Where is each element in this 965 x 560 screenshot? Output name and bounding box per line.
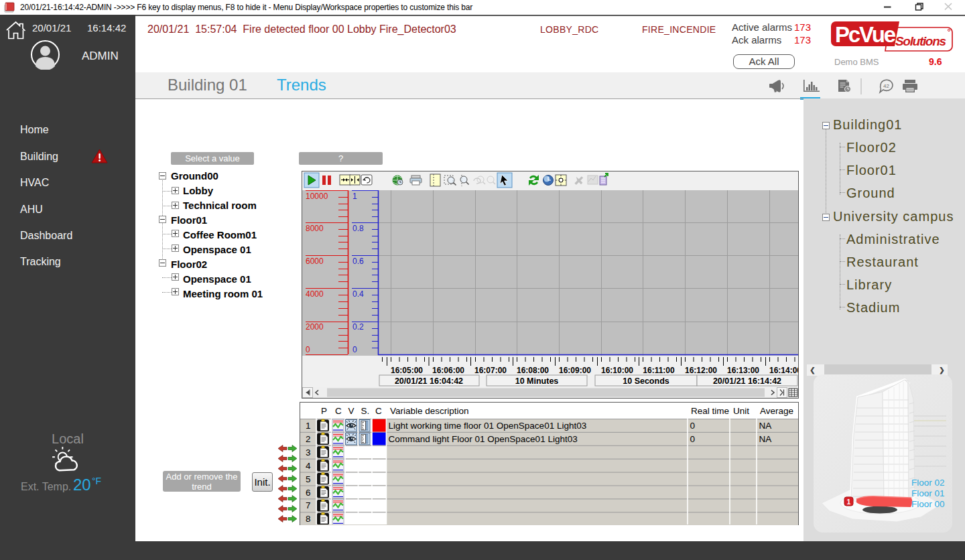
svg-text:0.8: 0.8 [352,224,364,233]
svg-text:16:07:00: 16:07:00 [474,366,507,375]
svg-text:16:05:00: 16:05:00 [391,366,423,375]
svg-text:20/01/21 16:04:42: 20/01/21 16:04:42 [395,376,463,386]
svg-text:16:08:00: 16:08:00 [517,366,549,375]
svg-text:Solutions: Solutions [895,34,946,48]
svg-text:0.6: 0.6 [352,257,364,266]
svg-text:5: 5 [306,474,311,484]
svg-text:3: 3 [306,447,311,458]
svg-text:V: V [348,406,355,416]
svg-text:20/01/21 16:14:42: 20/01/21 16:14:42 [713,376,781,386]
svg-text:Floor 02: Floor 02 [911,478,945,488]
svg-text:4000: 4000 [306,289,324,299]
svg-text:0: 0 [306,345,310,354]
svg-text:6: 6 [306,488,311,498]
svg-text:7: 7 [306,500,311,510]
svg-text:C: C [335,406,342,416]
svg-text:16:10:00: 16:10:00 [601,366,633,375]
svg-text:10000: 10000 [306,192,328,201]
svg-text:6000: 6000 [306,257,324,266]
svg-text:Average: Average [760,406,793,416]
svg-text:S.: S. [361,406,370,416]
svg-text:C: C [375,406,382,416]
svg-text:Variable description: Variable description [390,406,469,416]
svg-text:Floor 00: Floor 00 [911,499,945,509]
svg-text:16:06:00: 16:06:00 [432,366,464,375]
svg-text:0.2: 0.2 [352,322,364,332]
svg-text:10 Seconds: 10 Seconds [623,376,669,386]
svg-text:16:13:00: 16:13:00 [727,366,759,375]
svg-text:P: P [321,406,327,416]
svg-text:0: 0 [690,421,696,431]
svg-text:2: 2 [306,434,311,444]
svg-text:0: 0 [352,345,357,354]
svg-text:1: 1 [847,498,851,506]
svg-text:8: 8 [306,514,311,524]
svg-text:1: 1 [306,421,311,431]
svg-text:10 Minutes: 10 Minutes [515,376,559,386]
svg-text:0.4: 0.4 [352,289,364,299]
svg-text:PcVue: PcVue [835,22,896,47]
svg-text:16:14:00: 16:14:00 [769,366,798,375]
svg-text:16:11:00: 16:11:00 [643,366,675,375]
svg-text:8000: 8000 [306,224,324,233]
svg-text:2000: 2000 [306,322,324,332]
svg-text:Command light Floor 01 OpenSpa: Command light Floor 01 OpenSpace01 Light… [389,434,578,444]
svg-text:Unit: Unit [733,406,749,416]
svg-text:NA: NA [759,421,772,431]
svg-text:42: 42 [883,83,889,89]
svg-text:NA: NA [759,434,772,444]
svg-text:1: 1 [352,192,357,201]
svg-text:Real time: Real time [691,406,729,416]
svg-text:Floor 01: Floor 01 [911,488,945,498]
svg-text:0: 0 [690,434,696,444]
svg-text:16:09:00: 16:09:00 [559,366,591,375]
svg-text:Light working time floor 01 Op: Light working time floor 01 OpenSpace01 … [389,421,587,431]
svg-text:16:12:00: 16:12:00 [685,366,717,375]
svg-text:4: 4 [306,461,311,471]
